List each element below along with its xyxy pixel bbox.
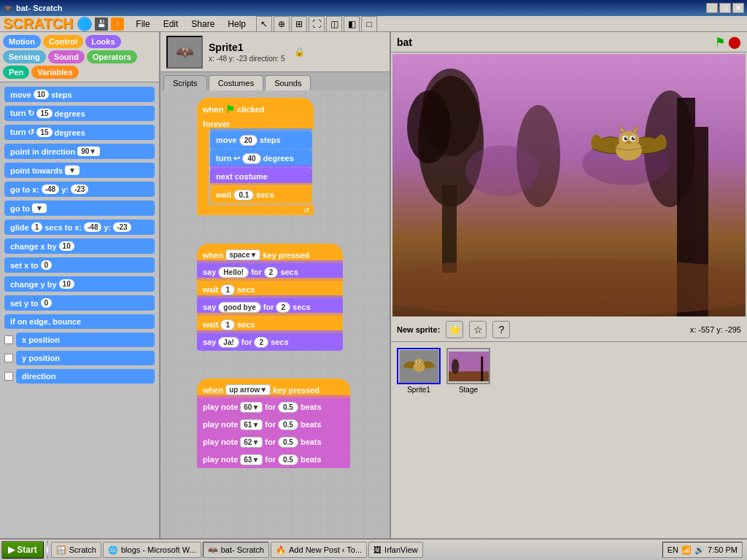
block-say-ja[interactable]: say Ja! for 2 secs [197, 333, 343, 351]
main-content: Motion Control Looks Sensing Sound Opera… [0, 32, 747, 538]
block-move[interactable]: move 10 steps [4, 87, 155, 102]
block-point-towards[interactable]: point towards ▼ [4, 163, 155, 178]
globe-icon[interactable]: 🌐 [77, 17, 92, 31]
block-change-y[interactable]: change y by 10 [4, 276, 155, 292]
svg-point-20 [626, 137, 627, 139]
block-turn-cw[interactable]: turn ↻ 15 degrees [4, 106, 155, 121]
script-when-up-arrow: when up arrow▼ key pressed play note 60▼… [197, 378, 350, 468]
tab-costumes[interactable]: Costumes [209, 75, 264, 90]
block-wait-0.1[interactable]: wait 0.1 secs [210, 186, 312, 203]
svg-point-22 [626, 141, 632, 144]
start-button[interactable]: ▶ Start [1, 541, 44, 559]
ie-icon: 🌐 [108, 545, 118, 555]
minimize-button[interactable]: _ [706, 3, 718, 13]
menu-edit[interactable]: Edit [158, 18, 185, 31]
maximize-button[interactable]: □ [719, 3, 731, 13]
small-view-tool[interactable]: ◫ [326, 16, 342, 32]
menu-share[interactable]: Share [185, 18, 220, 31]
taskbar-scratch[interactable]: 🪟 Scratch [51, 542, 101, 558]
sprite-coords: x: -48 y: -23 direction: 5 [209, 55, 285, 63]
menu-file[interactable]: File [130, 18, 155, 31]
taskbar-ie[interactable]: 🌐 blogs - Microsoft W... [103, 542, 201, 558]
share-icon[interactable]: ↑ [111, 18, 124, 31]
block-direction[interactable]: direction [16, 369, 155, 384]
block-change-x[interactable]: change x by 10 [4, 238, 155, 254]
category-pen[interactable]: Pen [3, 66, 29, 79]
category-operators[interactable]: Operators [87, 50, 137, 63]
add-sprite-paint-button[interactable]: ⭐ [446, 321, 463, 338]
block-point-direction[interactable]: point in direction 90▼ [4, 144, 155, 159]
svg-point-19 [632, 137, 635, 141]
network-icon: 📶 [681, 545, 692, 555]
close-button[interactable]: ✕ [732, 3, 744, 13]
title-bar: 🦇 bat- Scratch _ □ ✕ [0, 0, 747, 16]
block-goto[interactable]: go to ▼ [4, 201, 155, 216]
tab-sounds[interactable]: Sounds [265, 75, 311, 90]
svg-marker-15 [632, 125, 639, 133]
sprite-thumbnail: 🦇 [166, 36, 203, 69]
svg-point-13 [619, 131, 639, 149]
add-sprite-random-button[interactable]: ? [492, 321, 510, 338]
taskbar-bat-scratch[interactable]: 🦇 bat- Scratch [203, 542, 269, 558]
category-sound[interactable]: Sound [48, 50, 85, 63]
block-set-x[interactable]: set x to 0 [4, 257, 155, 273]
stage-title: bat [397, 36, 412, 48]
fit-tool[interactable]: ⊞ [291, 16, 307, 32]
taskbar-wordpress[interactable]: 🔥 Add New Post ‹ To... [271, 542, 367, 558]
svg-point-10 [465, 145, 538, 196]
block-turn-ccw[interactable]: turn ↺ 15 degrees [4, 125, 155, 140]
block-set-y[interactable]: set y to 0 [4, 295, 155, 311]
x-pos-checkbox[interactable] [4, 335, 13, 344]
ie-label: blogs - Microsoft W... [121, 545, 196, 554]
blocks-panel: Motion Control Looks Sensing Sound Opera… [0, 32, 160, 538]
sprite-header: 🦇 Sprite1 x: -48 y: -23 direction: 5 🔒 [160, 32, 390, 72]
block-play-note-63[interactable]: play note 63▼ for 0.5 beats [197, 451, 350, 468]
scratch-logo: SCRATCH [3, 15, 73, 32]
block-forever[interactable]: forever move 20 steps turn ↩ 40 degrees … [197, 118, 314, 215]
taskbar-right: EN 📶 🔊 7:50 PM [662, 542, 746, 558]
category-sensing[interactable]: Sensing [3, 50, 46, 63]
sprite-info: Sprite1 x: -48 y: -23 direction: 5 [209, 42, 285, 63]
large-view-tool[interactable]: □ [361, 16, 377, 32]
zoom-in-tool[interactable]: ⊕ [274, 16, 290, 32]
block-goto-xy[interactable]: go to x: -48 y: -23 [4, 182, 155, 197]
svg-rect-33 [481, 356, 483, 381]
block-glide[interactable]: glide 1 secs to x: -48 y: -23 [4, 219, 155, 235]
svg-point-29 [420, 361, 422, 362]
wordpress-label: Add New Post ‹ To... [289, 545, 362, 554]
block-y-position[interactable]: y position [16, 351, 155, 365]
taskbar-irfanview[interactable]: 🖼 IrfanView [368, 542, 423, 558]
sys-tray: EN 📶 🔊 7:50 PM [662, 542, 743, 558]
block-when-clicked[interactable]: when ⚑ clicked [197, 98, 314, 118]
svg-point-25 [414, 358, 424, 366]
svg-point-7 [392, 258, 746, 316]
titlebar-left: 🦇 bat- Scratch [3, 4, 63, 13]
titlebar-buttons[interactable]: _ □ ✕ [706, 3, 744, 13]
fullscreen-tool[interactable]: ⛶ [309, 16, 325, 32]
normal-view-tool[interactable]: ◧ [344, 16, 360, 32]
green-flag-button[interactable]: ⚑ [715, 35, 725, 49]
category-control[interactable]: Control [43, 35, 83, 48]
category-variables[interactable]: Variables [31, 66, 78, 79]
sprite1-label: Sprite1 [407, 386, 430, 394]
menu-help[interactable]: Help [222, 18, 252, 31]
block-direction-row: direction [4, 369, 155, 384]
save-icon[interactable]: 💾 [95, 18, 108, 31]
lock-icon[interactable]: 🔒 [294, 47, 305, 57]
stop-button[interactable]: ⬤ [728, 35, 741, 49]
stage-thumbnail[interactable] [446, 348, 490, 384]
irfanview-label: IrfanView [384, 545, 418, 554]
scripts-canvas[interactable]: when ⚑ clicked forever move 20 steps tur… [160, 90, 390, 538]
sprite-item-stage[interactable]: Stage [446, 348, 490, 394]
direction-checkbox[interactable] [4, 372, 13, 381]
tab-scripts[interactable]: Scripts [163, 75, 207, 90]
add-sprite-star-button[interactable]: ☆ [469, 321, 487, 338]
sprite-item-sprite1[interactable]: Sprite1 [397, 348, 441, 394]
y-pos-checkbox[interactable] [4, 354, 13, 362]
sprite1-thumbnail[interactable] [397, 348, 441, 384]
block-bounce[interactable]: if on edge, bounce [4, 314, 155, 329]
category-looks[interactable]: Looks [85, 35, 120, 48]
cursor-tool[interactable]: ↖ [256, 16, 272, 32]
block-x-position[interactable]: x position [16, 332, 155, 347]
category-motion[interactable]: Motion [3, 35, 41, 48]
